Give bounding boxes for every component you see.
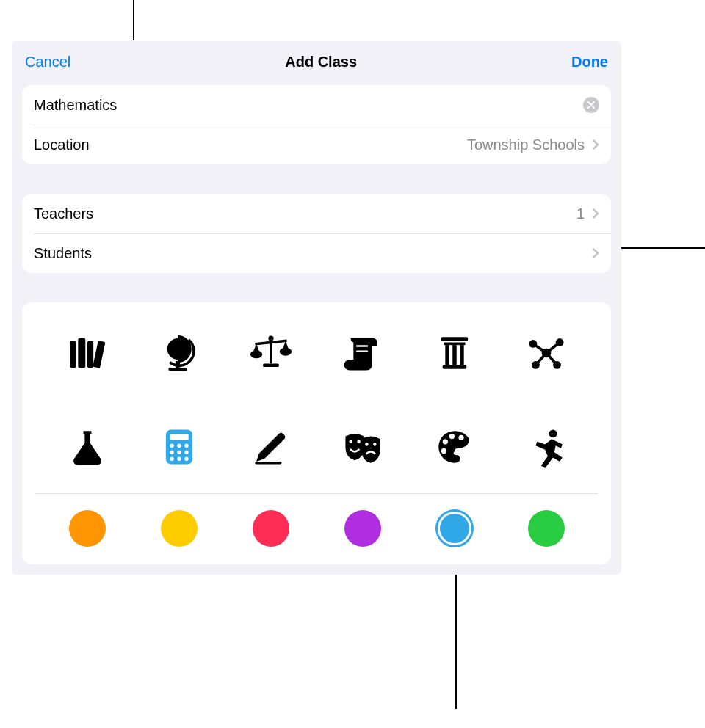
svg-point-45	[441, 448, 446, 454]
svg-rect-20	[442, 365, 466, 368]
palette-icon[interactable]	[429, 421, 480, 473]
clear-name-button[interactable]	[583, 97, 599, 113]
svg-rect-27	[170, 434, 188, 440]
svg-rect-1	[78, 338, 85, 368]
pencil-icon[interactable]	[245, 421, 297, 473]
svg-rect-18	[452, 345, 456, 365]
svg-rect-15	[441, 337, 467, 341]
location-row[interactable]: Location Township Schools	[22, 125, 611, 164]
svg-rect-3	[93, 341, 105, 368]
students-row[interactable]: Students	[22, 233, 611, 273]
color-swatch-yellow[interactable]	[161, 510, 198, 547]
done-button[interactable]: Done	[571, 54, 608, 70]
svg-rect-6	[168, 368, 187, 371]
color-swatch-pink[interactable]	[253, 510, 289, 547]
color-row	[35, 507, 598, 551]
sheet-title: Add Class	[285, 54, 357, 70]
chevron-right-icon	[592, 208, 599, 219]
location-value: Township Schools	[467, 136, 589, 153]
svg-point-32	[177, 451, 181, 454]
teachers-count: 1	[576, 205, 589, 222]
svg-rect-19	[460, 345, 463, 365]
location-label: Location	[34, 136, 90, 153]
class-name-input[interactable]	[34, 97, 577, 114]
svg-point-12	[268, 335, 273, 341]
svg-point-42	[442, 439, 447, 444]
runner-icon[interactable]	[521, 421, 572, 473]
svg-point-30	[184, 443, 188, 447]
teachers-label: Teachers	[34, 205, 93, 222]
color-swatch-orange[interactable]	[69, 510, 106, 547]
svg-point-31	[170, 451, 173, 454]
color-swatch-purple[interactable]	[344, 510, 381, 547]
svg-point-44	[458, 435, 463, 440]
color-swatch-blue[interactable]	[436, 510, 473, 547]
class-info-group: Location Township Schools	[22, 85, 611, 164]
svg-rect-17	[445, 345, 449, 365]
svg-point-39	[357, 440, 361, 443]
calculator-icon[interactable]	[153, 421, 205, 473]
books-icon[interactable]	[62, 327, 113, 379]
masks-icon[interactable]	[337, 421, 388, 473]
xmark-icon	[588, 100, 595, 111]
svg-point-36	[184, 457, 188, 461]
molecule-icon[interactable]	[521, 327, 572, 379]
picker-divider	[35, 493, 598, 494]
appearance-picker	[22, 302, 611, 564]
teachers-row[interactable]: Teachers 1	[22, 194, 611, 233]
class-name-row[interactable]	[22, 85, 611, 125]
people-group: Teachers 1 Students	[22, 194, 611, 273]
svg-point-41	[373, 443, 377, 446]
chevron-right-icon	[592, 247, 599, 259]
column-icon[interactable]	[429, 327, 480, 379]
svg-point-38	[349, 440, 352, 443]
svg-rect-13	[355, 345, 367, 347]
flask-icon[interactable]	[62, 421, 113, 473]
svg-rect-37	[255, 462, 281, 465]
svg-point-35	[177, 457, 181, 461]
svg-point-34	[170, 457, 173, 461]
students-label: Students	[34, 245, 92, 262]
svg-rect-5	[176, 361, 179, 368]
color-swatch-green[interactable]	[528, 510, 565, 547]
icon-grid	[35, 320, 598, 493]
cancel-button[interactable]: Cancel	[25, 54, 70, 70]
scroll-icon[interactable]	[337, 327, 388, 379]
svg-point-29	[177, 443, 181, 447]
svg-point-10	[279, 348, 291, 356]
chevron-right-icon	[592, 139, 599, 150]
callout-line-bottom	[455, 562, 457, 709]
callout-line-top	[133, 0, 134, 40]
svg-rect-11	[263, 364, 279, 368]
svg-rect-0	[70, 341, 76, 368]
svg-rect-14	[355, 350, 367, 352]
svg-rect-16	[444, 343, 465, 346]
svg-rect-2	[87, 341, 93, 368]
svg-point-46	[549, 429, 557, 437]
svg-point-40	[365, 443, 369, 446]
globe-icon[interactable]	[153, 327, 205, 379]
add-class-sheet: Cancel Add Class Done Location Township …	[12, 41, 621, 575]
svg-point-9	[250, 350, 261, 358]
navbar: Cancel Add Class Done	[12, 41, 621, 82]
svg-point-28	[170, 443, 173, 447]
svg-point-43	[449, 434, 454, 439]
scales-icon[interactable]	[245, 327, 297, 379]
svg-point-33	[184, 451, 188, 454]
